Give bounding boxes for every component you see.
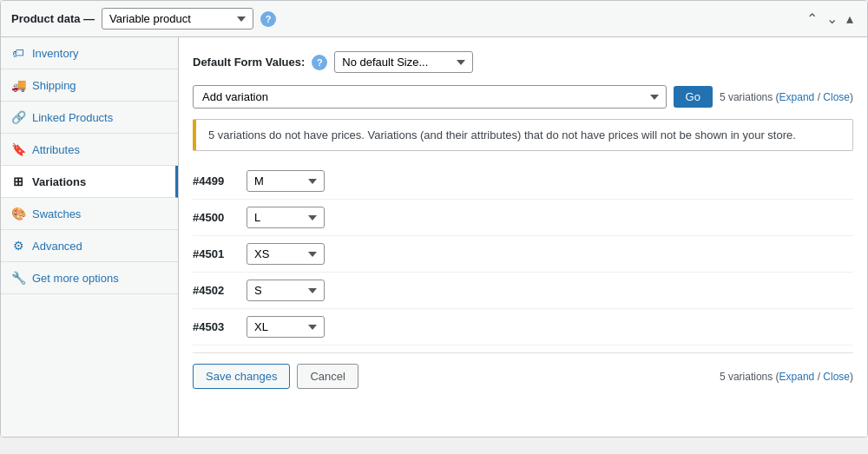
- sidebar-item-inventory[interactable]: 🏷 Inventory: [1, 37, 178, 69]
- variation-id-4503: #4503: [193, 320, 238, 333]
- sidebar-item-swatches-label: Swatches: [32, 207, 81, 220]
- product-data-header: Product data — Variable product Simple p…: [1, 1, 867, 37]
- sidebar-item-shipping[interactable]: 🚚 Shipping: [1, 69, 178, 102]
- default-form-label: Default Form Values:: [193, 56, 305, 69]
- variations-list: #4499 MXSSLXL #4500 LXSSMXL #4501 XSSMLX…: [193, 163, 853, 345]
- variation-id-4500: #4500: [193, 211, 238, 224]
- sidebar-item-variations-label: Variations: [32, 175, 86, 188]
- variation-id-4499: #4499: [193, 174, 238, 188]
- sidebar-item-linked-products-label: Linked Products: [32, 111, 113, 124]
- close-bottom-link[interactable]: Close: [823, 371, 850, 383]
- sidebar-item-inventory-label: Inventory: [32, 47, 78, 60]
- advanced-icon: ⚙: [11, 239, 25, 253]
- add-variation-row: Add variation Add all variations Link al…: [193, 85, 853, 109]
- sidebar-item-attributes-label: Attributes: [32, 143, 80, 156]
- sidebar-item-get-more-options[interactable]: 🔧 Get more options: [1, 262, 178, 294]
- variations-count-bottom: 5 variations (Expand / Close): [720, 371, 853, 383]
- close-link[interactable]: Close: [823, 91, 850, 103]
- footer-actions: Save changes Cancel: [193, 364, 358, 389]
- product-data-body: 🏷 Inventory 🚚 Shipping 🔗 Linked Products…: [1, 37, 867, 437]
- variation-size-select-4503[interactable]: XLXSSML: [247, 316, 325, 338]
- header-left: Product data — Variable product Simple p…: [11, 8, 276, 30]
- notice-warning: 5 variations do not have prices. Variati…: [193, 119, 853, 151]
- table-row: #4503 XLXSSML: [193, 309, 853, 345]
- product-data-panel: Product data — Variable product Simple p…: [0, 0, 868, 438]
- help-icon[interactable]: ?: [260, 11, 276, 27]
- sidebar: 🏷 Inventory 🚚 Shipping 🔗 Linked Products…: [1, 37, 179, 437]
- swatches-icon: 🎨: [11, 207, 25, 220]
- sidebar-item-linked-products[interactable]: 🔗 Linked Products: [1, 102, 178, 134]
- sidebar-item-advanced[interactable]: ⚙ Advanced: [1, 230, 178, 262]
- variation-size-select-4501[interactable]: XSSMLXL: [247, 243, 325, 265]
- attributes-icon: 🔖: [11, 142, 25, 156]
- collapse-down-button[interactable]: ⌄: [823, 10, 841, 28]
- add-variation-select[interactable]: Add variation Add all variations Link al…: [193, 85, 667, 109]
- default-form-help-icon[interactable]: ?: [312, 55, 327, 70]
- table-row: #4501 XSSMLXL: [193, 236, 853, 273]
- shipping-icon: 🚚: [11, 78, 25, 92]
- product-type-select[interactable]: Variable product Simple product Grouped …: [102, 8, 253, 30]
- go-button[interactable]: Go: [674, 86, 713, 108]
- sidebar-item-attributes[interactable]: 🔖 Attributes: [1, 134, 178, 166]
- variation-size-select-4500[interactable]: LXSSMXL: [247, 207, 325, 228]
- cancel-button[interactable]: Cancel: [297, 364, 358, 389]
- main-footer: Save changes Cancel 5 variations (Expand…: [193, 352, 853, 392]
- main-content: Default Form Values: ? No default Size..…: [179, 37, 867, 437]
- sidebar-item-variations[interactable]: ⊞ Variations: [1, 166, 178, 198]
- variation-id-4501: #4501: [193, 247, 238, 260]
- header-arrows: ⌃ ⌄ ▴: [803, 10, 857, 28]
- get-more-options-icon: 🔧: [11, 271, 25, 285]
- collapse-up-button[interactable]: ⌃: [803, 10, 821, 28]
- collapse-toggle-button[interactable]: ▴: [843, 10, 857, 28]
- sidebar-item-shipping-label: Shipping: [32, 79, 76, 92]
- sidebar-item-get-more-options-label: Get more options: [32, 272, 119, 285]
- table-row: #4499 MXSSLXL: [193, 163, 853, 200]
- linked-products-icon: 🔗: [11, 110, 25, 124]
- expand-link[interactable]: Expand: [779, 91, 815, 103]
- variation-id-4502: #4502: [193, 284, 238, 297]
- variations-count-top: 5 variations (Expand / Close): [720, 91, 853, 103]
- table-row: #4500 LXSSMXL: [193, 200, 853, 236]
- default-form-row: Default Form Values: ? No default Size..…: [193, 51, 853, 73]
- variation-size-select-4502[interactable]: SXSMLXL: [247, 280, 325, 301]
- default-form-select[interactable]: No default Size... XS S M L XL: [334, 51, 473, 73]
- table-row: #4502 SXSMLXL: [193, 273, 853, 309]
- sidebar-item-advanced-label: Advanced: [32, 240, 82, 253]
- expand-bottom-link[interactable]: Expand: [779, 371, 815, 383]
- product-data-title: Product data —: [11, 12, 95, 25]
- save-changes-button[interactable]: Save changes: [193, 364, 290, 389]
- sidebar-item-swatches[interactable]: 🎨 Swatches: [1, 198, 178, 230]
- inventory-icon: 🏷: [11, 46, 25, 60]
- variation-size-select-4499[interactable]: MXSSLXL: [247, 170, 325, 192]
- variations-icon: ⊞: [11, 174, 25, 188]
